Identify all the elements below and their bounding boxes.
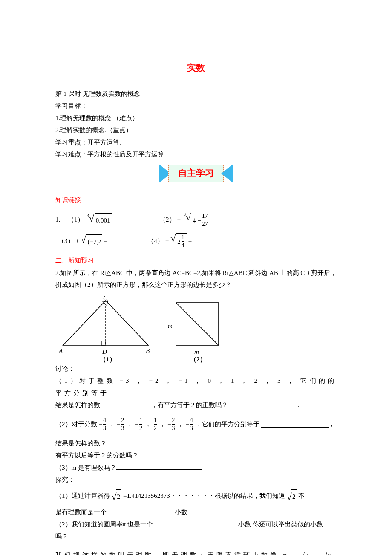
frac-5: 23 — [172, 417, 175, 431]
question-2: 2.如图所示，在 Rt△ABC 中，两条直角边 AC=BC=2,如果将 Rt△A… — [55, 267, 337, 291]
blank-1-1[interactable] — [118, 217, 148, 223]
sqrt-2-1-4: √ 2 1 4 — [170, 233, 187, 249]
q1-2-label: （2） — [159, 214, 176, 226]
explore-heading: 探究： — [55, 474, 337, 486]
equals: = — [212, 214, 215, 226]
blank-e2-1[interactable] — [153, 520, 238, 526]
blank-d3[interactable] — [116, 463, 202, 470]
frac-17-27: 17 27 — [202, 213, 208, 227]
discuss-3: （3）m 是有理数吗？ — [55, 462, 337, 474]
banner-right-arrow — [221, 164, 233, 183]
blank-d2-3[interactable] — [138, 451, 190, 457]
minus: − — [165, 235, 169, 247]
blank-1-2[interactable] — [217, 217, 268, 223]
explore-1-line2: 是有理数而是一个小数 — [55, 506, 337, 518]
difficulty: 学习难点：平方根的性质及开平方运算. — [55, 148, 337, 161]
goal-2: 2.理解实数的概念.（重点） — [55, 124, 337, 136]
blank-1-4[interactable] — [193, 238, 245, 244]
figure-2-caption: （2） — [190, 353, 206, 366]
equals: = — [188, 235, 192, 247]
explore-1-line1: （1）通过计算器得 √2 =1.414213562373・・・・・・・根据以的结… — [55, 489, 337, 503]
figure-1-caption: （1） — [100, 353, 116, 366]
q1-prefix: 1. — [55, 214, 60, 226]
q1-1-label: （1） — [68, 214, 84, 226]
section-knowledge-link: 知识链接 — [55, 194, 337, 206]
lesson-header: 第 1 课时 无理数及实数的概念 — [55, 88, 337, 100]
sqrt-2-b: √2 — [287, 489, 297, 503]
blank-e2-2[interactable] — [68, 532, 136, 538]
plus-minus: ± — [76, 235, 79, 247]
blank-e1[interactable] — [107, 508, 175, 514]
label-A: A — [59, 345, 63, 357]
figures: A B C D （1） m m （2） — [55, 296, 337, 360]
sqrt-2-a: √2 — [112, 489, 122, 503]
svg-rect-2 — [101, 341, 106, 345]
equals: = — [104, 235, 107, 247]
discuss-1-line2: 结果是怎样的数，有平方等于 2 的正数吗？ . — [55, 399, 337, 411]
label-m-left: m — [168, 320, 173, 332]
frac-3: 12 — [139, 417, 142, 431]
frac-2: 23 — [121, 417, 124, 431]
cbrt-4-plus-17-27: 3 √ 4 + 17 27 — [182, 212, 210, 227]
q1-3-label: （3） — [58, 235, 74, 247]
sqrt-2-c: √2 — [300, 549, 310, 555]
frac-6: 43 — [190, 417, 193, 431]
explore-2-line1: （2）我们知道的圆周率π 也是一个小数.你还可以举出类似的小数 — [55, 518, 337, 531]
blank-d1-2[interactable] — [228, 401, 296, 407]
discuss-1-line1: （1）对于整数 −3 ， −2 ， −1 ， 0 ， 1 ， 2 ， 3 ， 它… — [55, 375, 337, 399]
banner-text: 自主学习 — [168, 165, 224, 182]
svg-line-5 — [176, 303, 219, 345]
blank-d2-2[interactable] — [107, 439, 158, 445]
frac-1: 43 — [103, 417, 106, 431]
label-B: B — [146, 345, 150, 357]
minus: − — [177, 214, 181, 226]
equals: = — [113, 214, 117, 226]
page-title: 实数 — [55, 60, 337, 77]
discuss-2-line1: （2）对于分数 −43， −23， −12， 12， −23， −43 ，它们的… — [55, 417, 337, 431]
question-1-line-1: 1. （1） 3 √ 0.001 = （2） − 3 √ 4 + 17 27 = — [55, 212, 337, 227]
figure-1-triangle: A B C D （1） — [59, 296, 153, 360]
section-preview: 二、新知预习 — [55, 254, 337, 267]
blank-d1-1[interactable] — [100, 401, 151, 407]
sqrt-neg7-sq: √ (−7)2 — [81, 234, 102, 248]
q1-4-label: （4） — [147, 235, 164, 247]
discuss-2-line2: 结果是怎样的数？ — [55, 437, 337, 450]
goal-1: 1.理解无理数的概念.（难点） — [55, 112, 337, 124]
cbrt-0.001: 3 √ 0.001 — [86, 213, 112, 227]
figure-2-square: m m （2） — [170, 296, 225, 360]
question-1-line-2: （3） ± √ (−7)2 = （4） − √ 2 1 4 = — [55, 233, 337, 249]
explore-2-line2: 吗？ — [55, 530, 337, 543]
blank-d2-1[interactable] — [261, 421, 329, 428]
sqrt-3: √3 — [322, 549, 332, 555]
goals-label: 学习目标： — [55, 100, 337, 112]
frac-4: 12 — [154, 417, 157, 431]
discuss-2-line3: 有平方以后等于 2 的分数吗？ — [55, 449, 337, 462]
self-study-banner: 自主学习 — [55, 164, 337, 183]
frac-1-4: 1 4 — [182, 234, 184, 249]
summary-line: 我们把这样的数叫无理数，即无理数：无限不循环小数像 π， √2 ， √3 , — [55, 549, 337, 555]
key-point: 学习重点：开平方运算. — [55, 136, 337, 149]
label-C: C — [103, 292, 107, 304]
blank-1-3[interactable] — [109, 238, 139, 244]
